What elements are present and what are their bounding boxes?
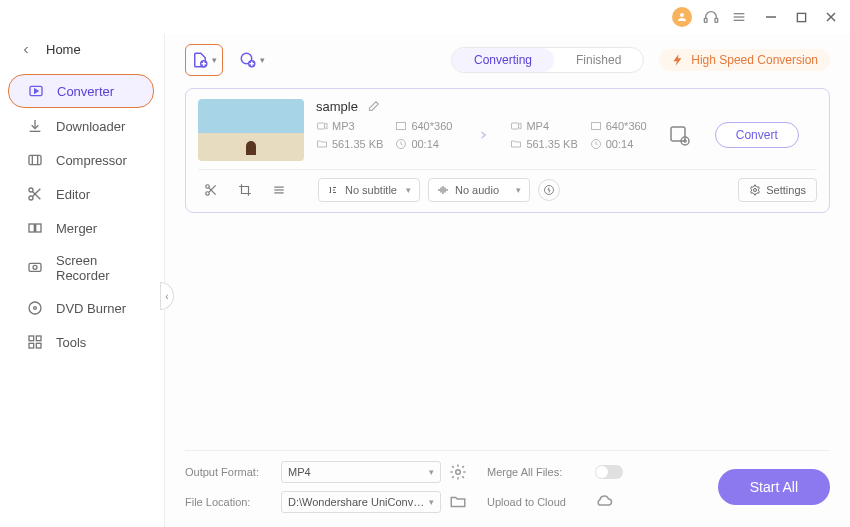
titlebar [0,0,850,34]
file-location-label: File Location: [185,496,273,508]
high-speed-label: High Speed Conversion [691,53,818,67]
trim-button[interactable] [198,179,224,201]
sidebar-item-label: Merger [56,221,97,236]
svg-rect-12 [29,155,41,164]
merger-icon [26,219,44,237]
source-meta: MP3 640*360 561.35 KB 00:14 [316,120,452,150]
effects-button[interactable] [266,179,292,201]
status-tabs: Converting Finished [451,47,644,73]
sidebar-item-dvd-burner[interactable]: DVD Burner [8,292,154,324]
sidebar-item-downloader[interactable]: Downloader [8,110,154,142]
output-format-select[interactable]: MP4▾ [281,461,441,483]
sidebar-item-label: Tools [56,335,86,350]
svg-rect-2 [715,18,718,22]
sidebar-item-converter[interactable]: Converter [8,74,154,108]
sidebar-item-editor[interactable]: Editor [8,178,154,210]
video-icon [510,120,522,132]
close-button[interactable] [824,10,838,24]
sidebar-item-label: Screen Recorder [56,253,142,283]
preset-icon[interactable] [667,123,691,147]
chevron-left-icon [20,44,32,56]
svg-rect-40 [512,123,519,129]
sidebar-item-label: Converter [57,84,114,99]
minimize-button[interactable] [764,10,778,24]
settings-button[interactable]: Settings [738,178,817,202]
clock-icon [590,138,602,150]
svg-rect-38 [397,123,406,130]
sidebar-item-label: Editor [56,187,90,202]
svg-rect-19 [29,224,34,232]
merge-label: Merge All Files: [487,466,587,478]
disc-icon [26,299,44,317]
maximize-button[interactable] [794,10,808,24]
compressor-icon [26,151,44,169]
headset-icon[interactable] [702,8,720,26]
svg-point-22 [33,265,37,269]
svg-point-24 [34,307,37,310]
svg-point-0 [680,13,684,17]
footer: Output Format: MP4▾ Merge All Files: Sta… [185,450,830,527]
resolution-icon [590,120,602,132]
subtitle-select[interactable]: No subtitle▾ [318,178,420,202]
svg-point-47 [206,192,210,196]
target-meta: MP4 640*360 561.35 KB 00:14 [510,120,646,150]
folder-icon [510,138,522,150]
chevron-down-icon: ▾ [260,55,265,65]
svg-rect-7 [797,13,805,21]
svg-rect-1 [704,18,707,22]
svg-point-46 [206,185,210,189]
sidebar-item-merger[interactable]: Merger [8,212,154,244]
scissors-icon [26,185,44,203]
user-avatar[interactable] [672,7,692,27]
toolbar: ▾ ▾ Converting Finished High Speed Conve… [185,34,830,84]
edit-icon[interactable] [366,100,380,114]
add-file-button[interactable]: ▾ [185,44,223,76]
audio-select[interactable]: No audio▾ [428,178,530,202]
start-all-button[interactable]: Start All [718,469,830,505]
file-location-select[interactable]: D:\Wondershare UniConverter 1▾ [281,491,441,513]
grid-icon [26,333,44,351]
svg-rect-20 [36,224,41,232]
record-icon [26,259,44,277]
tab-finished[interactable]: Finished [554,48,643,72]
sidebar-item-tools[interactable]: Tools [8,326,154,358]
arrow-right-icon [470,124,492,146]
add-file-icon [191,51,209,69]
upload-label: Upload to Cloud [487,496,587,508]
sidebar-item-label: DVD Burner [56,301,126,316]
sidebar-item-label: Downloader [56,119,125,134]
merge-toggle[interactable] [595,465,623,479]
file-card: sample MP3 640*360 561.35 KB 00:14 MP4 [185,88,830,213]
svg-point-59 [754,189,757,192]
svg-marker-37 [325,123,328,129]
video-icon [316,120,328,132]
sidebar-item-screen-recorder[interactable]: Screen Recorder [8,246,154,290]
resolution-icon [395,120,407,132]
clock-icon [395,138,407,150]
svg-rect-25 [29,336,34,341]
svg-rect-26 [36,336,41,341]
folder-icon[interactable] [449,493,467,511]
sidebar-item-compressor[interactable]: Compressor [8,144,154,176]
gear-icon[interactable] [449,463,467,481]
crop-button[interactable] [232,179,258,201]
sidebar: Home Converter Downloader Compressor Edi… [0,34,165,527]
home-label: Home [46,42,81,57]
info-button[interactable] [538,179,560,201]
svg-point-16 [29,196,33,200]
video-thumbnail[interactable] [198,99,304,161]
audio-icon [437,184,449,196]
svg-point-60 [456,470,461,475]
add-url-icon [239,51,257,69]
menu-icon[interactable] [730,8,748,26]
cloud-icon[interactable] [595,493,613,511]
tab-converting[interactable]: Converting [452,48,554,72]
svg-rect-44 [671,127,685,141]
convert-button[interactable]: Convert [715,122,799,148]
high-speed-badge[interactable]: High Speed Conversion [659,49,830,71]
svg-marker-41 [519,123,522,129]
home-link[interactable]: Home [0,38,164,73]
svg-rect-21 [29,263,41,271]
svg-rect-36 [318,123,325,129]
add-url-button[interactable]: ▾ [233,44,271,76]
